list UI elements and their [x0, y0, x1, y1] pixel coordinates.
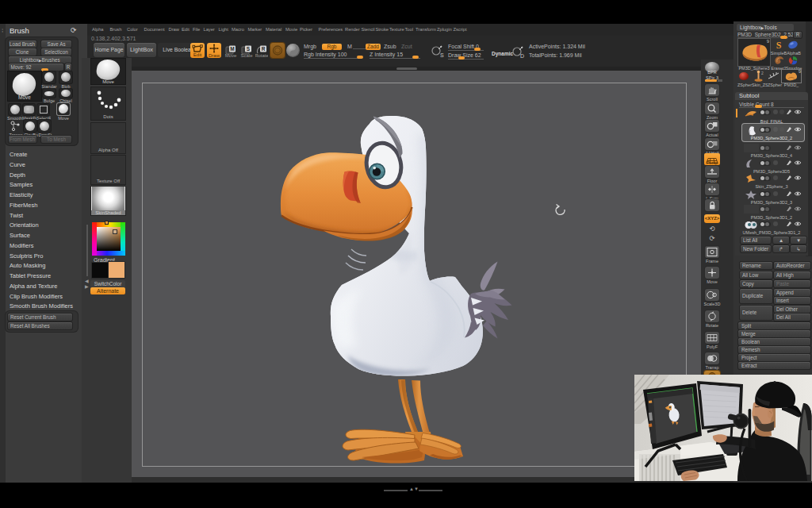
svg-text:Edit: Edit: [193, 52, 202, 57]
svg-text:D: D: [520, 53, 524, 59]
svg-text:Rotate: Rotate: [255, 53, 268, 58]
svg-text:S: S: [440, 52, 444, 58]
svg-text:Draw: Draw: [209, 53, 220, 58]
svg-text:2: 2: [761, 71, 764, 75]
svg-text:S: S: [776, 40, 782, 51]
svg-text:M: M: [230, 46, 234, 52]
svg-text:Move: Move: [225, 53, 237, 58]
svg-text:R: R: [262, 46, 266, 52]
svg-text:S: S: [247, 46, 251, 52]
svg-text:Scale: Scale: [240, 53, 253, 58]
